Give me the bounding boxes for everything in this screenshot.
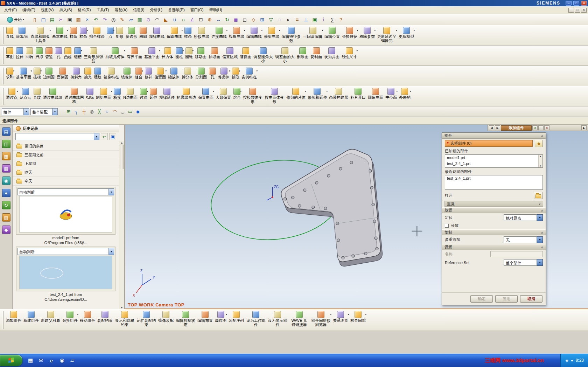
save-icon[interactable]: ▤ (48, 15, 57, 24)
delete-icon[interactable]: × (83, 15, 92, 24)
menu-item[interactable]: 装配(A) (112, 6, 130, 14)
toolbar-button[interactable]: 缩放体 (167, 67, 181, 85)
loaded-parts-list[interactable]: model1.prttest_2.4_1.prt ▲ ▼ (445, 154, 543, 168)
graphics-window[interactable]: ZC Z Y X TOP WORK Camera TOP ◀ ▶ 添加组件 (125, 125, 588, 309)
toolbar-button[interactable]: 移动面 (194, 46, 208, 65)
collapse-icon[interactable]: ∧ (541, 209, 543, 212)
endpoint-snap-icon[interactable]: ┐ (72, 108, 80, 116)
nx-launcher-icon[interactable]: ◉ (57, 356, 66, 365)
sketch-icon[interactable]: ✎ (118, 15, 127, 24)
toolbar-button[interactable]: 多边形 (125, 26, 138, 45)
snap-point-icon[interactable]: ⊞ (258, 15, 267, 24)
menu-item[interactable]: 文件(F) (1, 6, 20, 14)
materials-icon[interactable]: ▨ (2, 213, 10, 222)
toolbar-button[interactable]: 面倒圆 (56, 67, 69, 85)
ok-button[interactable]: 确定 (470, 295, 493, 303)
placement-section-header[interactable]: 放置 ∧ (442, 207, 546, 213)
chevron-down-icon[interactable]: ▼ (108, 248, 114, 255)
history-back-button[interactable]: ↩ (101, 133, 108, 140)
toolbar-button[interactable]: 拟合样条 (88, 26, 106, 45)
toolbar-button[interactable]: N边曲面 (122, 87, 139, 106)
toolbar-button[interactable]: ▾ 过渡 (139, 87, 148, 106)
dialog-minimize-button[interactable]: ─ (538, 125, 544, 130)
center-snap-icon[interactable]: ◎ (88, 108, 96, 116)
maximize-button[interactable]: □ (573, 1, 579, 6)
menu-item[interactable]: 工具(T) (93, 6, 112, 14)
cut-icon[interactable]: ✂ (57, 15, 65, 24)
cancel-button[interactable]: 取消 (520, 295, 542, 303)
dialog-back-button[interactable]: ◀ (489, 125, 494, 130)
model-thumbnail[interactable] (19, 196, 112, 233)
toolbar-button[interactable]: 通过曲线组 (42, 87, 63, 106)
toolbar-button[interactable]: 抽壳 (83, 67, 93, 85)
toolbar-button[interactable]: 样条 (183, 26, 193, 45)
tangent-snap-icon[interactable]: ◡ (119, 108, 126, 116)
toolbar-button[interactable]: 椭圆 (138, 26, 148, 45)
toolbar-button[interactable]: 圆弧/圆 (15, 26, 29, 45)
toolbar-grip[interactable] (2, 27, 4, 44)
toolbar-button[interactable]: 镜像特征 (103, 67, 120, 85)
menu-item[interactable]: 窗口(O) (188, 6, 206, 14)
undo-icon[interactable]: ↶ (92, 15, 100, 24)
toolbar-button[interactable]: ▾ 偏置曲线 (166, 26, 183, 45)
toolbar-button[interactable]: ▾ 偏置面 (153, 67, 167, 85)
toolbar-button[interactable]: ▾ 可回滚编辑 (302, 26, 323, 45)
dialog-close-button[interactable]: ✕ (544, 125, 550, 130)
redo-icon[interactable]: ↷ (100, 15, 109, 24)
chevron-down-icon[interactable]: ▼ (94, 133, 99, 140)
scrollbar-thumb[interactable] (120, 145, 124, 169)
collapse-icon[interactable]: ∧ (541, 245, 543, 249)
chevron-down-icon[interactable]: ▼ (52, 108, 58, 115)
constraints-icon[interactable]: ⊥ (302, 15, 310, 24)
datum-plane-icon[interactable]: ▱ (127, 15, 135, 24)
scroll-down-icon[interactable]: ▼ (540, 165, 542, 167)
toolbar-button[interactable]: 编辑位置 (323, 26, 341, 45)
toolbar-button[interactable]: ▾ 缝合 (134, 67, 144, 85)
toolbar-button[interactable]: ▾ 点 (106, 26, 115, 45)
toolbar-button[interactable]: 设为显示部件 (267, 310, 288, 330)
toolbar-button[interactable]: ▾ 抽取几何体 (104, 46, 126, 65)
intersection-snap-icon[interactable]: ╳ (96, 108, 103, 116)
toolbar-button[interactable]: ▾ 偏置曲面 (197, 87, 215, 106)
toolbar-button[interactable]: ▾ 爆炸图 (214, 310, 227, 330)
toolbar-button[interactable]: 新建组件 (22, 310, 40, 330)
menu-item[interactable]: 信息(I) (130, 6, 147, 14)
toolbar-button[interactable]: ▾ 投影曲线 (228, 26, 245, 45)
scroll-down-icon[interactable]: ▼ (121, 306, 123, 309)
history-preview-toggle-button[interactable]: ▣ (109, 133, 116, 140)
toolbar-button[interactable]: ▾ 关系浏览 (332, 310, 349, 330)
toolbar-button[interactable]: ▾ 基准平面 (15, 67, 32, 85)
scroll-up-icon[interactable]: ▲ (540, 155, 542, 157)
fit-view-icon[interactable]: ⊡ (197, 15, 205, 24)
measure-icon[interactable]: ∠ (188, 15, 197, 24)
list-item[interactable]: model1.prt (445, 155, 538, 161)
part-section-header[interactable]: 部件 ∧ (442, 133, 546, 139)
mdi-close-button[interactable]: ✕ (581, 8, 587, 13)
toolbar-button[interactable]: 编辑布置 (196, 310, 214, 330)
toolbar-button[interactable]: 镜像装配 (157, 310, 175, 330)
toolbar-button[interactable]: 替换面 (239, 46, 252, 65)
dialog-more-button[interactable]: ▶ (581, 125, 587, 130)
toolbar-button[interactable]: ▾ 中位面 (384, 87, 398, 106)
toolbar-button[interactable]: 调整面的大小 (274, 46, 296, 65)
toolbar-button[interactable]: 显示和隐藏约束 (114, 310, 135, 330)
history-icon[interactable]: ↻ (2, 201, 10, 209)
selection-scope-dropdown[interactable]: 整个装配 ▼ (30, 108, 58, 115)
pan-icon[interactable]: ↔ (214, 15, 223, 24)
safety-tray-icon[interactable]: ◈ (566, 358, 568, 363)
toolbar-button[interactable]: 通过曲线网格 (63, 87, 85, 106)
list-item[interactable]: test_2.4_1.prt (445, 161, 538, 167)
toolbar-button[interactable]: 螺纹 (93, 67, 103, 85)
toolbar-button[interactable]: 拆分体 (181, 67, 194, 85)
information-icon[interactable]: i (319, 15, 328, 24)
toolbar-grip[interactable] (2, 311, 4, 329)
menu-item[interactable]: 帮助(H) (206, 6, 225, 14)
toolbar-button[interactable]: 复制面 (309, 46, 323, 65)
web-browser-icon[interactable]: ● (2, 189, 10, 197)
hole-icon[interactable]: ⊙ (144, 15, 153, 24)
selection-filter-icon[interactable]: ▽ (267, 15, 275, 24)
toolbar-button[interactable]: 轮廓线弯边 (176, 87, 197, 106)
toolbar-button[interactable]: ▾ 键槽 (73, 46, 83, 65)
analysis-icon[interactable]: ∑ (328, 15, 337, 24)
part-navigator-icon[interactable]: ▦ (2, 152, 10, 160)
